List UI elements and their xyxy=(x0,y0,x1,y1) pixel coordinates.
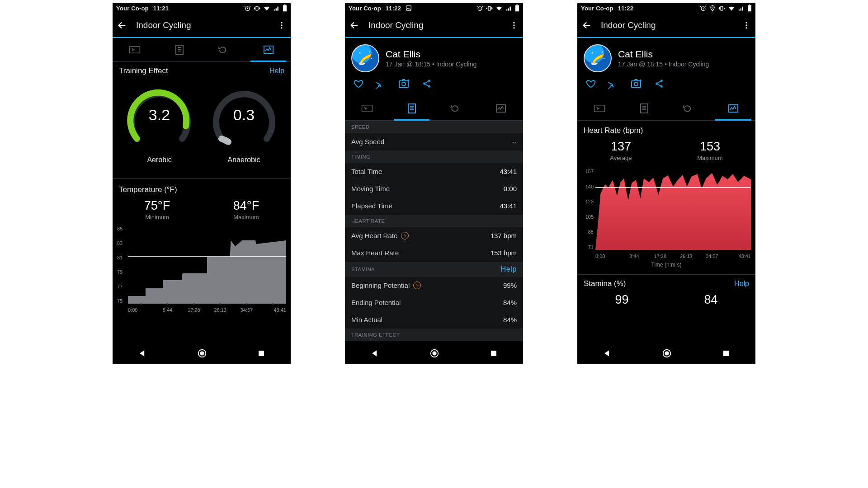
svg-point-44 xyxy=(592,52,593,54)
overflow-menu-button[interactable] xyxy=(277,21,286,30)
location-icon xyxy=(709,5,716,12)
clock-label: 11:22 xyxy=(618,5,633,12)
temp-min-label: Minimum xyxy=(144,214,170,221)
svg-point-22 xyxy=(359,52,361,54)
app-bar: Indoor Cycling xyxy=(113,14,291,38)
like-button[interactable] xyxy=(353,79,364,90)
overflow-menu-button[interactable] xyxy=(509,21,519,30)
ytick: 81 xyxy=(117,255,123,260)
app-bar: Indoor Cycling xyxy=(577,14,755,38)
vibrate-icon xyxy=(254,5,260,12)
tab-stats[interactable] xyxy=(390,97,434,120)
alarm-icon xyxy=(244,5,251,12)
comment-button[interactable] xyxy=(608,79,619,90)
back-button[interactable] xyxy=(582,20,592,30)
help-link[interactable]: Help xyxy=(269,67,284,75)
tab-stats[interactable] xyxy=(157,38,202,61)
anaerobic-gauge: 0.3 xyxy=(206,81,283,149)
tab-charts[interactable] xyxy=(711,97,756,120)
tab-charts[interactable] xyxy=(246,38,291,61)
aerobic-value: 3.2 xyxy=(149,106,170,124)
tab-overview[interactable] xyxy=(345,97,390,120)
nav-back-button[interactable] xyxy=(138,349,147,360)
tab-overview[interactable] xyxy=(113,38,157,61)
svg-rect-3 xyxy=(284,5,285,5)
clock-label: 11:22 xyxy=(386,5,401,12)
row-elapsed-time: Elapsed Time43:41 xyxy=(345,197,523,215)
temp-min-value: 75°F xyxy=(144,199,170,213)
overflow-menu-button[interactable] xyxy=(742,21,751,30)
share-button[interactable] xyxy=(422,79,432,90)
tab-overview[interactable] xyxy=(577,97,622,120)
svg-point-4 xyxy=(281,22,282,23)
group-speed: SPEED xyxy=(351,124,369,130)
tab-laps[interactable] xyxy=(666,97,711,120)
tab-stats[interactable] xyxy=(622,97,667,120)
nav-recent-button[interactable] xyxy=(490,349,498,359)
carrier-label: Your Co-op xyxy=(349,5,381,12)
help-link[interactable]: Help xyxy=(501,265,517,273)
row-avg-hr: Avg Heart Rate∿137 bpm xyxy=(345,227,523,244)
svg-point-23 xyxy=(369,52,370,52)
xtick: 17:28 xyxy=(654,253,667,259)
svg-rect-38 xyxy=(721,6,723,10)
svg-rect-14 xyxy=(406,6,411,11)
svg-rect-16 xyxy=(488,6,491,10)
status-bar: Your Co-op 11:21 xyxy=(113,3,291,14)
clock-label: 11:21 xyxy=(153,5,169,12)
system-nav-bar xyxy=(345,344,523,364)
ytick: 83 xyxy=(117,240,123,246)
phone-screenshot-2: Your Co-op 11:22 Indoor Cycling Cat Elli… xyxy=(345,3,523,364)
group-stamina: STAMINA xyxy=(351,267,375,272)
group-training-effect: TRAINING EFFECT xyxy=(351,332,400,338)
svg-point-48 xyxy=(634,82,638,86)
stamina-title: Stamina (%) xyxy=(584,279,626,288)
help-link[interactable]: Help xyxy=(734,280,749,288)
svg-point-19 xyxy=(513,22,514,23)
share-button[interactable] xyxy=(654,79,664,90)
tab-laps[interactable] xyxy=(434,97,479,120)
hr-avg-value: 137 xyxy=(610,140,632,154)
xtick: 0:00 xyxy=(595,253,605,259)
back-button[interactable] xyxy=(117,20,127,30)
svg-rect-52 xyxy=(594,105,605,112)
nav-recent-button[interactable] xyxy=(257,349,265,359)
signal-icon xyxy=(273,5,280,12)
hr-max-value: 153 xyxy=(697,140,722,154)
xtick: 43:41 xyxy=(738,253,751,259)
temperature-title: Temperature (°F) xyxy=(119,185,177,194)
signal-icon xyxy=(505,5,512,12)
photo-button[interactable] xyxy=(398,79,410,90)
svg-point-12 xyxy=(200,352,203,355)
xtick: 34:57 xyxy=(706,253,718,259)
system-nav-bar xyxy=(113,344,291,364)
nav-back-button[interactable] xyxy=(603,349,612,360)
temp-max-label: Maximum xyxy=(233,214,259,221)
hr-xlabel: Time (h:m:s) xyxy=(577,262,755,268)
comment-button[interactable] xyxy=(376,79,387,90)
xtick: 0:00 xyxy=(128,307,137,313)
back-button[interactable] xyxy=(349,20,359,30)
ytick: 79 xyxy=(117,269,123,275)
profile-name: Cat Ellis xyxy=(386,49,476,60)
profile-subtitle: 17 Jan @ 18:15 • Indoor Cycling xyxy=(618,61,709,68)
nav-home-button[interactable] xyxy=(429,348,439,360)
ytick: 77 xyxy=(117,284,123,289)
ytick: 105 xyxy=(582,214,594,220)
avatar[interactable] xyxy=(351,44,379,72)
nav-back-button[interactable] xyxy=(370,349,379,360)
nav-recent-button[interactable] xyxy=(722,349,730,359)
pulse-icon: ∿ xyxy=(401,232,409,239)
nav-home-button[interactable] xyxy=(662,348,672,360)
avatar[interactable] xyxy=(584,44,612,72)
tab-laps[interactable] xyxy=(202,38,246,61)
xtick: 8:44 xyxy=(629,253,639,259)
battery-icon xyxy=(515,5,519,12)
photo-button[interactable] xyxy=(631,79,642,90)
svg-rect-1 xyxy=(256,6,258,10)
nav-home-button[interactable] xyxy=(197,348,207,360)
svg-rect-39 xyxy=(748,5,751,12)
battery-icon xyxy=(283,5,287,12)
tab-charts[interactable] xyxy=(479,97,524,120)
like-button[interactable] xyxy=(585,79,596,90)
